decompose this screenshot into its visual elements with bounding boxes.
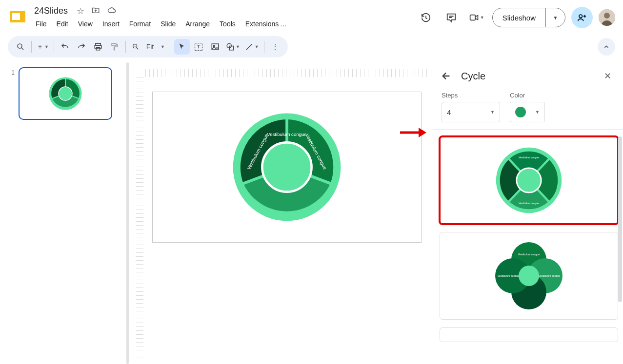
search-menu-button[interactable] — [13, 39, 28, 55]
svg-rect-10 — [112, 43, 116, 46]
color-select[interactable]: ▼ — [510, 102, 545, 122]
slideshow-dropdown[interactable]: ▼ — [545, 8, 565, 27]
collapse-toolbar-button[interactable] — [598, 38, 615, 56]
paint-format-button[interactable] — [107, 39, 122, 55]
svg-point-18 — [59, 87, 72, 100]
cycle-diagram[interactable]: Vestibulum congue Vestibulum congue Vest… — [231, 111, 343, 223]
title-area: 24Slides ☆ File Edit View Insert Format … — [31, 4, 291, 30]
template-card-2[interactable]: Vestibulum congue Vestibulum congue Vest… — [440, 232, 618, 320]
svg-rect-1 — [12, 13, 20, 20]
menu-insert[interactable]: Insert — [98, 18, 124, 30]
side-panel-header: Cycle ✕ — [433, 62, 623, 92]
cycle-template-preview: Vestibulum congue Vestibulum congue — [495, 146, 563, 214]
chevron-down-icon: ▼ — [255, 44, 259, 49]
slide-thumbnail-1[interactable] — [19, 67, 112, 120]
svg-point-6 — [18, 44, 22, 48]
app-logo[interactable] — [8, 4, 27, 29]
share-button[interactable] — [571, 7, 593, 28]
chevron-down-icon: ▼ — [236, 44, 240, 49]
slideshow-button[interactable]: Slideshow — [493, 14, 545, 22]
svg-point-33 — [519, 266, 539, 286]
main-area: 1 Vestibulum congue — [0, 62, 623, 364]
toolbar-row: ＋▼ Fit ▼ ▼ ▼ ⋮ — [0, 33, 623, 62]
menu-tools[interactable]: Tools — [215, 18, 240, 30]
separator — [54, 41, 54, 53]
svg-point-5 — [604, 13, 610, 19]
side-panel-title: Cycle — [461, 71, 593, 82]
side-panel-controls: Steps 4 ▼ Color ▼ — [433, 92, 623, 130]
zoom-select[interactable]: Fit ▼ — [129, 39, 168, 55]
filmstrip-splitter[interactable] — [125, 62, 130, 364]
template-card-1[interactable]: Vestibulum congue Vestibulum congue — [440, 136, 618, 224]
menu-view[interactable]: View — [74, 18, 97, 30]
app-header: 24Slides ☆ File Edit View Insert Format … — [0, 0, 623, 33]
svg-text:Vestibulum congue: Vestibulum congue — [498, 274, 519, 277]
annotation-arrow — [399, 126, 426, 139]
menu-edit[interactable]: Edit — [52, 18, 73, 30]
separator — [125, 41, 126, 53]
scrollbar[interactable] — [618, 136, 622, 302]
menubar: File Edit View Insert Format Slide Arran… — [31, 18, 291, 30]
svg-point-3 — [579, 15, 582, 18]
new-slide-button[interactable]: ＋▼ — [35, 39, 51, 55]
comments-icon[interactable] — [442, 8, 461, 27]
move-icon[interactable] — [91, 6, 101, 17]
color-label: Color — [510, 92, 545, 99]
cloud-status-icon[interactable] — [107, 6, 117, 17]
chevron-down-icon: ▼ — [161, 44, 165, 49]
template-list[interactable]: Vestibulum congue Vestibulum congue Vest… — [433, 130, 623, 364]
chevron-down-icon: ▼ — [490, 110, 495, 115]
header-actions: ▼ Slideshow ▼ — [416, 4, 615, 28]
ruler-horizontal — [145, 69, 428, 77]
color-swatch — [515, 107, 526, 117]
svg-text:Vestibulum congue: Vestibulum congue — [518, 253, 540, 256]
steps-control: Steps 4 ▼ — [442, 92, 500, 122]
print-button[interactable] — [90, 39, 106, 55]
separator — [264, 41, 264, 53]
flower-template-preview: Vestibulum congue Vestibulum congue Vest… — [492, 239, 565, 312]
slideshow-button-group: Slideshow ▼ — [492, 8, 565, 27]
svg-point-26 — [517, 168, 541, 192]
record-button[interactable]: ▼ — [467, 8, 486, 27]
menu-slide[interactable]: Slide — [156, 18, 180, 30]
more-tools-button[interactable]: ⋮ — [267, 39, 283, 55]
history-icon[interactable] — [416, 8, 436, 27]
svg-point-20 — [262, 142, 311, 192]
template-card-3[interactable] — [440, 327, 618, 342]
chevron-down-icon: ▼ — [480, 15, 484, 20]
ruler-vertical — [136, 77, 143, 359]
undo-button[interactable] — [57, 39, 73, 55]
close-button[interactable]: ✕ — [601, 69, 614, 83]
filmstrip[interactable]: 1 — [0, 62, 125, 364]
svg-text:Vestibulum congue: Vestibulum congue — [539, 274, 560, 277]
toolbar: ＋▼ Fit ▼ ▼ ▼ ⋮ — [8, 36, 288, 57]
color-control: Color ▼ — [510, 92, 545, 122]
steps-value: 4 — [447, 108, 451, 116]
zoom-label: Fit — [146, 43, 154, 51]
select-tool[interactable] — [174, 39, 190, 55]
document-title[interactable]: 24Slides — [31, 5, 71, 17]
steps-select[interactable]: 4 ▼ — [442, 102, 500, 122]
star-icon[interactable]: ☆ — [76, 6, 85, 17]
svg-text:Vestibulum congue: Vestibulum congue — [519, 202, 539, 205]
account-avatar[interactable] — [599, 9, 615, 26]
menu-arrange[interactable]: Arrange — [181, 18, 214, 30]
separator — [31, 41, 32, 53]
canvas-area[interactable]: Vestibulum congue Vestibulum congue Vest… — [130, 62, 433, 364]
slide-thumb-row: 1 — [8, 67, 121, 120]
textbox-tool[interactable] — [191, 39, 206, 55]
redo-button[interactable] — [74, 39, 89, 55]
line-tool[interactable]: ▼ — [243, 39, 261, 55]
steps-label: Steps — [442, 92, 500, 99]
chevron-down-icon: ▼ — [44, 44, 49, 49]
slide-number: 1 — [8, 67, 15, 120]
menu-file[interactable]: File — [31, 18, 51, 30]
menu-format[interactable]: Format — [125, 18, 155, 30]
menu-extensions[interactable]: Extensions ... — [241, 18, 291, 30]
slide-canvas[interactable]: Vestibulum congue Vestibulum congue Vest… — [152, 92, 422, 243]
svg-text:Vestibulum congue: Vestibulum congue — [519, 156, 539, 159]
shape-tool[interactable]: ▼ — [224, 39, 242, 55]
cycle-diagram-thumb — [48, 77, 82, 111]
image-tool[interactable] — [207, 39, 223, 55]
back-button[interactable] — [440, 69, 453, 83]
